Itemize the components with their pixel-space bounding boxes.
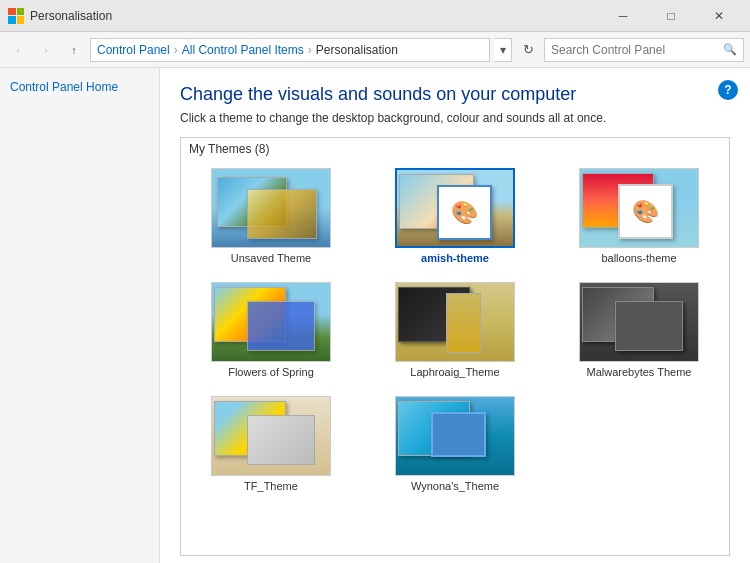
- forward-button[interactable]: ›: [34, 38, 58, 62]
- search-input[interactable]: [551, 43, 719, 57]
- theme-item-flowers[interactable]: Flowers of Spring: [189, 278, 353, 382]
- theme-preview-flowers: [211, 282, 331, 362]
- theme-item-tf[interactable]: TF_Theme: [189, 392, 353, 496]
- search-icon: 🔍: [723, 43, 737, 56]
- window-controls: ─ □ ✕: [600, 0, 742, 32]
- theme-preview-amish: 🎨: [395, 168, 515, 248]
- themes-panel: My Themes (8) Unsaved Theme: [180, 137, 730, 556]
- theme-item-wynona[interactable]: Wynona's_Theme: [373, 392, 537, 496]
- help-button[interactable]: ?: [718, 80, 738, 100]
- content-area: ? Change the visuals and sounds on your …: [160, 68, 750, 563]
- theme-name-tf: TF_Theme: [244, 480, 298, 492]
- breadcrumb-sep1: ›: [174, 43, 178, 57]
- breadcrumb-part2[interactable]: All Control Panel Items: [182, 43, 304, 57]
- title-bar: Personalisation ─ □ ✕: [0, 0, 750, 32]
- search-box: 🔍: [544, 38, 744, 62]
- maximize-button[interactable]: □: [648, 0, 694, 32]
- breadcrumb-dropdown-button[interactable]: ▾: [494, 38, 512, 62]
- theme-name-malwarebytes: Malwarebytes Theme: [587, 366, 692, 378]
- theme-preview-balloons: 🎨: [579, 168, 699, 248]
- theme-name-amish: amish-theme: [421, 252, 489, 264]
- theme-item-balloons[interactable]: 🎨 balloons-theme: [557, 164, 721, 268]
- balloons-palette-icon: 🎨: [618, 184, 673, 239]
- app-icon: [8, 8, 24, 24]
- theme-preview-malwarebytes: [579, 282, 699, 362]
- minimize-button[interactable]: ─: [600, 0, 646, 32]
- themes-section-header: My Themes (8): [181, 138, 729, 160]
- theme-name-flowers: Flowers of Spring: [228, 366, 314, 378]
- theme-item-amish[interactable]: 🎨 amish-theme: [373, 164, 537, 268]
- page-title: Change the visuals and sounds on your co…: [180, 84, 730, 105]
- close-button[interactable]: ✕: [696, 0, 742, 32]
- breadcrumb-part1[interactable]: Control Panel: [97, 43, 170, 57]
- sidebar: Control Panel Home: [0, 68, 160, 563]
- refresh-button[interactable]: ↻: [516, 38, 540, 62]
- theme-item-malwarebytes[interactable]: Malwarebytes Theme: [557, 278, 721, 382]
- sidebar-link-control-panel-home[interactable]: Control Panel Home: [10, 80, 149, 94]
- themes-grid-container[interactable]: Unsaved Theme 🎨 amish-theme: [181, 160, 729, 555]
- breadcrumb-sep2: ›: [308, 43, 312, 57]
- theme-name-wynona: Wynona's_Theme: [411, 480, 499, 492]
- theme-item-laphroaig[interactable]: Laphroaig_Theme: [373, 278, 537, 382]
- amish-palette-icon: 🎨: [437, 185, 492, 240]
- theme-preview-tf: [211, 396, 331, 476]
- theme-name-unsaved: Unsaved Theme: [231, 252, 312, 264]
- theme-preview-unsaved: [211, 168, 331, 248]
- page-subtitle: Click a theme to change the desktop back…: [180, 111, 730, 125]
- themes-grid: Unsaved Theme 🎨 amish-theme: [189, 164, 721, 496]
- theme-preview-laphroaig: [395, 282, 515, 362]
- window-title: Personalisation: [30, 9, 600, 23]
- breadcrumb: Control Panel › All Control Panel Items …: [90, 38, 490, 62]
- theme-item-unsaved[interactable]: Unsaved Theme: [189, 164, 353, 268]
- breadcrumb-current: Personalisation: [316, 43, 398, 57]
- back-button[interactable]: ‹: [6, 38, 30, 62]
- main-area: Control Panel Home ? Change the visuals …: [0, 68, 750, 563]
- theme-preview-wynona: [395, 396, 515, 476]
- address-bar: ‹ › ↑ Control Panel › All Control Panel …: [0, 32, 750, 68]
- theme-name-balloons: balloons-theme: [601, 252, 676, 264]
- theme-name-laphroaig: Laphroaig_Theme: [410, 366, 499, 378]
- up-button[interactable]: ↑: [62, 38, 86, 62]
